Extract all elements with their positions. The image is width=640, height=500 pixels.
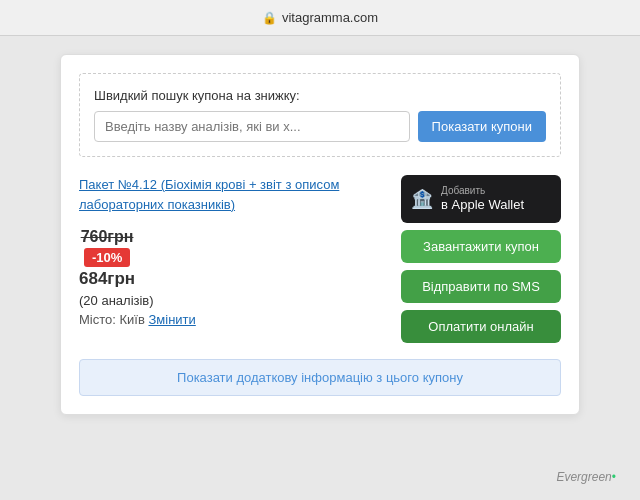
product-city: Місто: Київ Змінити [79,312,387,327]
price-block: 760грн -10% 684грн [79,228,135,289]
product-analyses: (20 аналізів) [79,293,387,308]
send-sms-button[interactable]: Відправити по SMS [401,270,561,303]
search-section: Швидкий пошук купона на знижку: Показати… [79,73,561,157]
wallet-icon: 🏦 [411,188,433,210]
show-more-info-button[interactable]: Показати додаткову інформацію з цього ку… [79,359,561,396]
watermark: Evergreen• [556,470,616,484]
wallet-main-label: в Apple Wallet [441,197,524,214]
browser-url: vitagramma.com [282,10,378,25]
city-change-link[interactable]: Змінити [148,312,195,327]
search-input[interactable] [94,111,410,142]
browser-bar: 🔒 vitagramma.com [0,0,640,36]
city-label: Місто: Київ [79,312,145,327]
search-row: Показати купони [94,111,546,142]
product-right: 🏦 Добавить в Apple Wallet Завантажити ку… [401,175,561,343]
apple-wallet-button[interactable]: 🏦 Добавить в Apple Wallet [401,175,561,223]
product-section: Пакет №4.12 (Біохімія крові + звіт з опи… [79,175,561,343]
wallet-text: Добавить в Apple Wallet [441,184,524,214]
price-new: 684грн [79,269,135,289]
lock-icon: 🔒 [262,11,277,25]
product-left: Пакет №4.12 (Біохімія крові + звіт з опи… [79,175,387,343]
main-container: Швидкий пошук купона на знижку: Показати… [60,54,580,415]
search-label: Швидкий пошук купона на знижку: [94,88,546,103]
download-coupon-button[interactable]: Завантажити купон [401,230,561,263]
product-title[interactable]: Пакет №4.12 (Біохімія крові + звіт з опи… [79,175,387,214]
show-coupons-button[interactable]: Показати купони [418,111,546,142]
wallet-sub-label: Добавить [441,184,485,197]
price-old: 760грн [81,228,134,246]
discount-badge: -10% [84,248,130,267]
pay-online-button[interactable]: Оплатити онлайн [401,310,561,343]
